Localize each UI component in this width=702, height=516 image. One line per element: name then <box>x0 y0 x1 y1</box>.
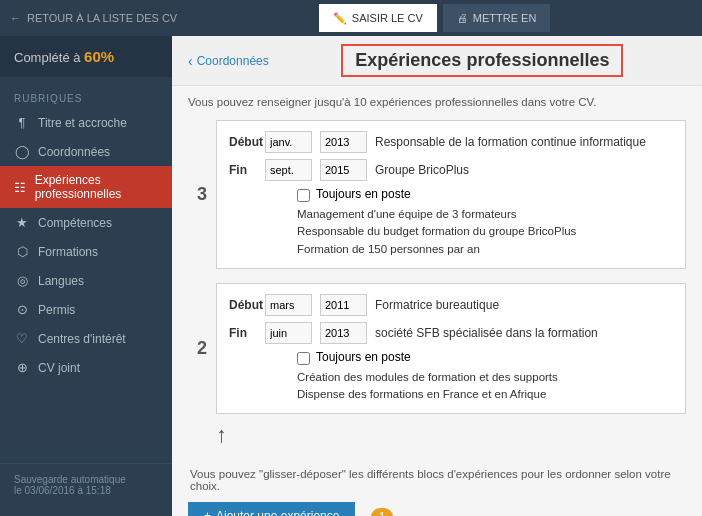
sidebar-item-label: Expériences professionnelles <box>35 173 158 201</box>
globe-icon: ◎ <box>14 273 30 288</box>
en-poste-checkbox-3[interactable] <box>297 189 310 202</box>
plus-icon: + <box>204 509 211 516</box>
en-poste-label-2: Toujours en poste <box>316 350 411 364</box>
debut-year-select-3[interactable]: 20132014201520122011 <box>320 131 367 153</box>
sidebar-item-label: Formations <box>38 245 98 259</box>
exp-poste-2: Formatrice bureautique <box>375 298 673 312</box>
fin-year-select-3[interactable]: 20152014201320122011 <box>320 159 367 181</box>
exp-entreprise-3: Groupe BricoPlus <box>375 163 673 177</box>
sidebar-item-label: Compétences <box>38 216 112 230</box>
exp-desc-3: Management d'une équipe de 3 formateurs … <box>297 206 673 258</box>
back-to-list[interactable]: ← RETOUR À LA LISTE DES CV <box>10 12 177 24</box>
fin-label-2: Fin <box>229 326 257 340</box>
exp-block-3: 3 Début janv.févr.marsavr. maijuinjuil.a… <box>188 120 686 269</box>
sidebar-item-label: Coordonnées <box>38 145 110 159</box>
page-title: Expériences professionnelles <box>341 44 623 77</box>
sidebar-item-competences[interactable]: ★ Compétences <box>0 208 172 237</box>
subtitle: Vous pouvez renseigner jusqu'à 10 expéri… <box>188 96 686 108</box>
exp-desc-2: Création des modules de formation et des… <box>297 369 673 404</box>
main-area: Complété à 60% RUBRIQUES ¶ Titre et accr… <box>0 36 702 516</box>
star-icon: ★ <box>14 215 30 230</box>
mettre-en-button[interactable]: 🖨 METTRE EN <box>443 4 551 32</box>
en-poste-checkbox-2[interactable] <box>297 352 310 365</box>
sidebar-item-coordonnees[interactable]: ◯ Coordonnées <box>0 137 172 166</box>
completion-box: Complété à 60% <box>0 36 172 77</box>
top-nav-center: ✏️ SAISIR LE CV 🖨 METTRE EN <box>177 4 692 32</box>
sidebar-item-label: Langues <box>38 274 84 288</box>
saisir-cv-button[interactable]: ✏️ SAISIR LE CV <box>319 4 437 32</box>
sidebar-item-titre[interactable]: ¶ Titre et accroche <box>0 108 172 137</box>
completion-label: Complété à <box>14 50 80 65</box>
debut-label-3: Début <box>229 135 257 149</box>
exp-entreprise-2: société SFB spécialisée dans la formatio… <box>375 326 673 340</box>
exp-number-2: 2 <box>188 338 216 359</box>
save-label: Sauvegarde automatique <box>14 474 158 485</box>
exp-detail-2: Début janv.févr.marsavr. maijuinjuil.aoû… <box>216 283 686 415</box>
exp-debut-row-2: Début janv.févr.marsavr. maijuinjuil.aoû… <box>229 294 673 316</box>
paperclip-icon: ⊕ <box>14 360 30 375</box>
drag-note: Vous pouvez "glisser-déposer" les différ… <box>188 468 686 492</box>
graduation-icon: ⬡ <box>14 244 30 259</box>
sidebar-item-centres[interactable]: ♡ Centres d'intérêt <box>0 324 172 353</box>
exp-detail-3: Début janv.févr.marsavr. maijuinjuil.aoû… <box>216 120 686 269</box>
exp-poste-3: Responsable de la formation continue inf… <box>375 135 673 149</box>
chevron-left-icon: ‹ <box>188 53 193 69</box>
heart-icon: ♡ <box>14 331 30 346</box>
breadcrumb-label: Coordonnées <box>197 54 269 68</box>
truck-icon: 🖨 <box>457 12 468 24</box>
sidebar-section-title: RUBRIQUES <box>0 87 172 108</box>
sidebar-item-label: CV joint <box>38 361 80 375</box>
debut-month-select-3[interactable]: janv.févr.marsavr. maijuinjuil.août sept… <box>265 131 312 153</box>
sidebar-item-label: Permis <box>38 303 75 317</box>
sidebar-footer: Sauvegarde automatique le 03/06/2016 à 1… <box>0 463 172 506</box>
sidebar: Complété à 60% RUBRIQUES ¶ Titre et accr… <box>0 36 172 516</box>
count-badge: 1 <box>371 508 394 516</box>
exp-number-3: 3 <box>188 184 216 205</box>
back-to-list-label: RETOUR À LA LISTE DES CV <box>27 12 177 24</box>
completion-pct: 60% <box>84 48 114 65</box>
sidebar-item-langues[interactable]: ◎ Langues <box>0 266 172 295</box>
save-date: le 03/06/2016 à 15:18 <box>14 485 158 496</box>
en-poste-label-3: Toujours en poste <box>316 187 411 201</box>
fin-year-select-2[interactable]: 20132014201520122011 <box>320 322 367 344</box>
exp-debut-row-3: Début janv.févr.marsavr. maijuinjuil.aoû… <box>229 131 673 153</box>
fin-label-3: Fin <box>229 163 257 177</box>
add-experience-button[interactable]: + Ajouter une expérience <box>188 502 355 516</box>
pencil-icon: ✏️ <box>333 12 347 25</box>
fin-month-select-3[interactable]: janv.févr.marsavr. maijuinjuil.août sept… <box>265 159 312 181</box>
en-poste-row-2: Toujours en poste <box>297 350 673 365</box>
sidebar-item-cv-joint[interactable]: ⊕ CV joint <box>0 353 172 382</box>
en-poste-row-3: Toujours en poste <box>297 187 673 202</box>
exp-fin-row-2: Fin janv.févr.marsavr. maijuinjuil.août … <box>229 322 673 344</box>
sidebar-item-permis[interactable]: ⊙ Permis <box>0 295 172 324</box>
arrow-indicator: ↑ <box>188 422 686 448</box>
bottom-area: Vous pouvez "glisser-déposer" les différ… <box>172 464 702 516</box>
sidebar-item-experiences[interactable]: ☷ Expériences professionnelles <box>0 166 172 208</box>
titre-icon: ¶ <box>14 115 30 130</box>
car-icon: ⊙ <box>14 302 30 317</box>
sidebar-item-formations[interactable]: ⬡ Formations <box>0 237 172 266</box>
add-experience-label: Ajouter une expérience <box>216 509 339 516</box>
briefcase-icon: ☷ <box>14 180 27 195</box>
back-arrow-icon: ← <box>10 12 21 24</box>
user-icon: ◯ <box>14 144 30 159</box>
sidebar-item-label: Titre et accroche <box>38 116 127 130</box>
content-body: Vous pouvez renseigner jusqu'à 10 expéri… <box>172 86 702 464</box>
content-area: ‹ Coordonnées Expériences professionnell… <box>172 36 702 516</box>
exp-block-2: 2 Début janv.févr.marsavr. maijuinjuil.a… <box>188 283 686 415</box>
debut-label-2: Début <box>229 298 257 312</box>
header-row: ‹ Coordonnées Expériences professionnell… <box>172 36 702 86</box>
top-nav: ← RETOUR À LA LISTE DES CV ✏️ SAISIR LE … <box>0 0 702 36</box>
breadcrumb-back[interactable]: ‹ Coordonnées <box>188 53 269 69</box>
fin-month-select-2[interactable]: janv.févr.marsavr. maijuinjuil.août sept… <box>265 322 312 344</box>
debut-month-select-2[interactable]: janv.févr.marsavr. maijuinjuil.août sept… <box>265 294 312 316</box>
sidebar-item-label: Centres d'intérêt <box>38 332 126 346</box>
debut-year-select-2[interactable]: 20132014201520122011 <box>320 294 367 316</box>
arrow-up-icon: ↑ <box>216 422 227 448</box>
exp-fin-row-3: Fin janv.févr.marsavr. maijuinjuil.août … <box>229 159 673 181</box>
